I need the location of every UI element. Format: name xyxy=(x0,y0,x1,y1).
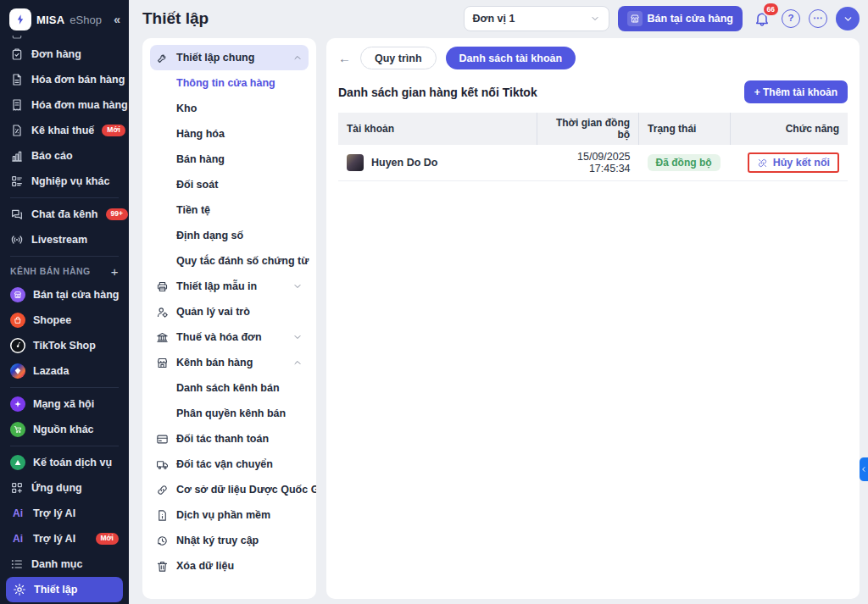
sidebar-item-label: Báo cáo xyxy=(31,150,73,162)
sidebar-item-lazada[interactable]: Lazada xyxy=(0,358,129,384)
menu-hang-hoa[interactable]: Hàng hóa xyxy=(150,121,309,147)
menu-thue-va-hoa-don[interactable]: Thuế và hóa đơn xyxy=(150,324,309,350)
sidebar-item-danh-muc[interactable]: Danh mục xyxy=(0,551,129,577)
add-account-button[interactable]: + Thêm tài khoản xyxy=(744,80,848,103)
disconnect-action[interactable]: Hủy kết nối xyxy=(748,152,839,173)
menu-doi-soat[interactable]: Đối soát xyxy=(150,172,309,197)
sidebar-collapse-button[interactable]: « xyxy=(114,13,120,26)
sidebar-item-nghiep-vu-khac[interactable]: Nghiệp vụ khác xyxy=(0,169,129,194)
sidebar-item-label: Kế toán dịch vụ xyxy=(33,457,112,468)
user-avatar-menu[interactable] xyxy=(836,7,860,30)
chat-icon xyxy=(10,208,24,221)
printer-icon xyxy=(156,280,169,293)
sidebar-item-livestream[interactable]: Livestream xyxy=(0,227,129,252)
menu-kenh-ban-hang[interactable]: Kênh bán hàng xyxy=(150,350,309,375)
menu-kho[interactable]: Kho xyxy=(150,96,309,121)
panel-heading: Danh sách gian hàng kết nối Tiktok xyxy=(338,86,537,99)
sidebar-nav: Đơn hàng Hóa đơn bán hàng Hóa đơn mua hà… xyxy=(0,36,129,604)
sidebar-item-label: Kê khai thuế xyxy=(31,125,94,136)
sidebar-item-nguon-khac[interactable]: Nguồn khác xyxy=(0,417,129,442)
side-panel-toggle[interactable] xyxy=(860,457,868,481)
gear-icon xyxy=(13,583,26,596)
store-channel-icon xyxy=(10,287,25,302)
menu-dinh-dang-so[interactable]: Định dạng số xyxy=(150,223,309,248)
section-title: KÊNH BÁN HÀNG xyxy=(10,266,90,276)
sidebar-item-don-hang[interactable]: Đơn hàng xyxy=(0,42,129,67)
col-header-sync-time: Thời gian đồng bộ xyxy=(537,113,638,145)
menu-co-so-du-lieu-duoc[interactable]: Cơ sở dữ liệu Dược Quốc Gia xyxy=(150,477,309,502)
accounts-table: Tài khoản Thời gian đồng bộ Trạng thái C… xyxy=(338,113,848,181)
tiktok-icon xyxy=(10,338,25,353)
chevron-up-icon xyxy=(292,357,303,368)
storefront-icon xyxy=(627,11,643,26)
lazada-icon xyxy=(10,363,25,379)
chevron-down-icon xyxy=(843,14,854,25)
sidebar-item-ke-khai-thue[interactable]: Kê khai thuế Mới xyxy=(0,118,129,143)
sidebar-item-hoa-don-mua-hang[interactable]: Hóa đơn mua hàng xyxy=(0,92,129,118)
menu-label: Cơ sở dữ liệu Dược Quốc Gia xyxy=(176,484,316,496)
other-source-icon xyxy=(10,422,25,437)
sidebar-item-ke-toan-dich-vu[interactable]: Kế toán dịch vụ xyxy=(0,450,129,475)
col-header-account: Tài khoản xyxy=(338,113,537,145)
sidebar-item-label: Trợ lý AI xyxy=(33,507,75,519)
sidebar-item-label: Thiết lập xyxy=(34,584,77,596)
status-badge: Đã đồng bộ xyxy=(648,154,721,171)
menu-quan-ly-vai-tro[interactable]: Quản lý vai trò xyxy=(150,299,309,324)
menu-label: Đối tác vận chuyển xyxy=(176,458,273,470)
notification-count-badge: 66 xyxy=(762,2,780,17)
menu-nhat-ky-truy-cap[interactable]: Nhật ký truy cập xyxy=(150,528,309,553)
topbar: Thiết lập Đơn vị 1 Bán tại cửa hàng 66 ?… xyxy=(129,0,868,37)
col-header-actions: Chức năng xyxy=(731,113,848,145)
back-arrow[interactable]: ← xyxy=(338,52,351,64)
notifications-button[interactable]: 66 xyxy=(751,8,773,30)
menu-tien-te[interactable]: Tiền tệ xyxy=(150,197,309,223)
settings-menu-panel: Thiết lập chung Thông tin cửa hàng Kho H… xyxy=(142,38,316,599)
menu-danh-sach-kenh-ban[interactable]: Danh sách kênh bán xyxy=(150,375,309,401)
more-options-button[interactable]: ⋯ xyxy=(809,9,827,28)
menu-phan-quyen-kenh-ban[interactable]: Phân quyền kênh bán xyxy=(150,401,309,426)
apps-grid-icon xyxy=(10,481,24,495)
brand-suffix: eShop xyxy=(70,14,102,26)
tax-file-icon xyxy=(10,124,24,137)
sell-at-store-button[interactable]: Bán tại cửa hàng xyxy=(618,6,743,31)
menu-thiet-lap-mau-in[interactable]: Thiết lập mẫu in xyxy=(150,274,309,299)
sidebar-item-ung-dung[interactable]: Ứng dụng xyxy=(0,475,129,501)
sell-at-store-label: Bán tại cửa hàng xyxy=(648,13,733,25)
menu-thiet-lap-chung[interactable]: Thiết lập chung xyxy=(150,45,309,70)
table-row: Huyen Do Do 15/09/2025 17:45:34 Đã đồng … xyxy=(338,145,848,181)
menu-xoa-du-lieu[interactable]: Xóa dữ liệu xyxy=(150,553,309,579)
sidebar-item-shopee[interactable]: Shopee xyxy=(0,308,129,333)
purchase-invoice-icon xyxy=(10,98,24,112)
menu-quy-tac-danh-so[interactable]: Quy tắc đánh số chứng từ xyxy=(150,248,309,274)
add-channel-button[interactable]: + xyxy=(111,264,119,279)
sidebar-item-bao-cao[interactable]: Báo cáo xyxy=(0,143,129,169)
unit-select[interactable]: Đơn vị 1 xyxy=(464,6,609,31)
menu-ban-hang[interactable]: Bán hàng xyxy=(150,147,309,172)
sidebar-item-thiet-lap[interactable]: Thiết lập xyxy=(6,577,123,602)
unlink-icon xyxy=(757,158,768,169)
sidebar-item-mang-xa-hoi[interactable]: Mạng xã hội xyxy=(0,391,129,417)
sidebar-item-chat-da-kenh[interactable]: Chat đa kênh 99+ xyxy=(0,202,129,227)
help-button[interactable]: ? xyxy=(782,9,800,28)
menu-thong-tin-cua-hang[interactable]: Thông tin cửa hàng xyxy=(150,70,309,96)
sidebar-item-tro-ly-ai-2[interactable]: Ai Trợ lý AI Mới xyxy=(0,526,129,551)
sidebar-item-tro-ly-ai[interactable]: Ai Trợ lý AI xyxy=(0,501,129,526)
sidebar-item-hoa-don-ban-hang[interactable]: Hóa đơn bán hàng xyxy=(0,67,129,92)
tab-danh-sach-tai-khoan[interactable]: Danh sách tài khoản xyxy=(446,47,576,69)
content: Thiết lập chung Thông tin cửa hàng Kho H… xyxy=(129,37,868,604)
menu-doi-tac-van-chuyen[interactable]: Đối tác vận chuyển xyxy=(150,452,309,477)
menu-doi-tac-thanh-toan[interactable]: Đối tác thanh toán xyxy=(150,426,309,452)
truck-icon xyxy=(156,458,169,471)
shopee-icon xyxy=(10,313,25,328)
question-icon: ? xyxy=(787,14,793,24)
tab-quy-trinh[interactable]: Quy trình xyxy=(360,47,437,69)
sidebar-item-tiktok-shop[interactable]: TikTok Shop xyxy=(0,333,129,358)
sidebar-item-ban-tai-cua-hang[interactable]: Bán tại cửa hàng xyxy=(0,282,129,308)
sidebar-item-label: Danh mục xyxy=(31,558,82,570)
menu-dich-vu-phan-mem[interactable]: Dịch vụ phần mềm xyxy=(150,502,309,528)
new-badge: Mới xyxy=(96,533,120,544)
account-avatar xyxy=(347,154,364,171)
storefront-icon xyxy=(156,357,169,369)
ai-assistant-icon: Ai xyxy=(10,507,25,519)
divider xyxy=(10,387,119,388)
